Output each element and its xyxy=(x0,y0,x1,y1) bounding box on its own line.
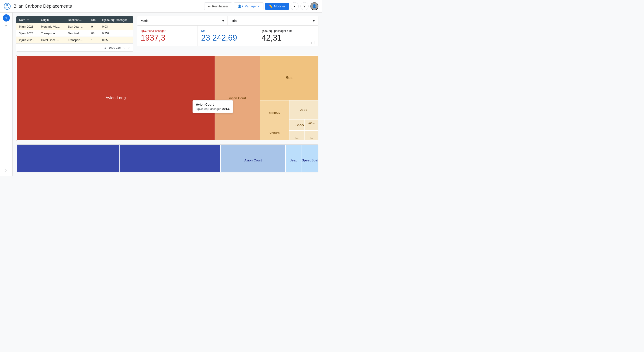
table-row[interactable]: 3 juin 2023Transporte ...Terminal ...880… xyxy=(16,30,133,37)
col-kgco2[interactable]: kgC02eq/Passager xyxy=(100,16,133,23)
data-table-container: Date ▼ Origin Destinati... Km kgC02eq/Pa… xyxy=(16,16,133,51)
prev-page-button[interactable]: ‹ xyxy=(122,45,126,50)
svg-text:Avion Court: Avion Court xyxy=(244,158,262,162)
right-panel: Mode ▾ Trip ▾ kgC02eq/Passager 1937,3 xyxy=(137,16,318,51)
treemap-tooltip: Avion Court kgC02eq/Passager: 291,6 xyxy=(192,100,233,113)
mode-filter[interactable]: Mode ▾ xyxy=(137,16,228,25)
tooltip-value: 291,6 xyxy=(222,107,230,110)
svg-text:Minibus: Minibus xyxy=(269,111,280,114)
metric-up-button[interactable]: ↑ xyxy=(308,40,310,44)
metric-gco2-value: 42,31 xyxy=(262,33,314,42)
reinit-icon: ↩ xyxy=(208,4,211,8)
svg-text:Jeep: Jeep xyxy=(290,158,298,162)
tooltip-metric: kgC02eq/Passager: 291,6 xyxy=(196,107,230,110)
col-origin[interactable]: Origin xyxy=(38,16,65,23)
col-date[interactable]: Date ▼ xyxy=(16,16,38,23)
chevron-down-icon: ▾ xyxy=(258,4,260,8)
help-button[interactable]: ? xyxy=(300,2,308,10)
edit-icon: ✏️ xyxy=(269,4,273,8)
metric-down-button[interactable]: ↓ xyxy=(311,40,312,44)
tooltip-title: Avion Court xyxy=(196,103,230,106)
treemap-top-container[interactable]: Avion LongAvion CourtBusMinibusVoitureJe… xyxy=(16,55,318,141)
svg-text:Jeep: Jeep xyxy=(300,108,307,111)
page-title: Bilan Carbone Déplacements xyxy=(14,3,204,9)
svg-text:F...: F... xyxy=(295,137,299,139)
sidebar: 1 2 > xyxy=(0,12,12,176)
trip-filter[interactable]: Trip ▾ xyxy=(228,16,318,25)
svg-text:Bus: Bus xyxy=(286,76,292,80)
svg-rect-21 xyxy=(304,130,318,135)
table-row[interactable]: 2 juin 2023Hotel Lirice ...Transport...1… xyxy=(16,37,133,43)
metric-gco2: gC02eq / passager / km 42,31 ↑ ↓ ⋮ xyxy=(258,25,318,46)
svg-text:Lan...: Lan... xyxy=(308,121,314,124)
metric-kg-value: 1937,3 xyxy=(141,33,194,42)
svg-text:Avion Long: Avion Long xyxy=(106,96,126,100)
svg-text:t...: t... xyxy=(310,137,313,139)
svg-text:SpeedBoat: SpeedBoat xyxy=(302,158,318,162)
avatar[interactable]: 👤 xyxy=(310,2,318,10)
treemap-bottom-svg: Avion CourtJeepSpeedBoat xyxy=(16,145,318,172)
sidebar-collapse-button[interactable]: > xyxy=(3,167,10,174)
trip-chevron-icon: ▾ xyxy=(313,19,314,23)
header-actions: ↩ Réinitialiser 👤+ Partager ▾ ✏️ Modifie… xyxy=(204,2,318,10)
partager-button[interactable]: 👤+ Partager ▾ xyxy=(234,2,264,10)
metric-km-value: 23 242,69 xyxy=(201,33,254,42)
mode-chevron-icon: ▾ xyxy=(222,19,224,23)
svg-text:Avion Court: Avion Court xyxy=(229,96,246,100)
person-add-icon: 👤+ xyxy=(238,4,243,8)
sort-icon: ▼ xyxy=(27,19,29,21)
metric-gco2-label: gC02eq / passager / km xyxy=(262,29,314,32)
treemap-top: Avion LongAvion CourtBusMinibusVoitureJe… xyxy=(16,55,318,141)
app-logo xyxy=(4,3,11,10)
reinit-button[interactable]: ↩ Réinitialiser xyxy=(204,2,232,10)
data-table: Date ▼ Origin Destinati... Km kgC02eq/Pa… xyxy=(16,16,133,43)
next-page-button[interactable]: › xyxy=(128,45,130,50)
svg-point-1 xyxy=(6,4,8,6)
metric-kg: kgC02eq/Passager 1937,3 xyxy=(137,25,198,46)
svg-rect-27 xyxy=(120,145,220,172)
treemap-bottom: Avion CourtJeepSpeedBoat xyxy=(16,144,318,172)
svg-rect-20 xyxy=(304,126,318,130)
content-area: Date ▼ Origin Destinati... Km kgC02eq/Pa… xyxy=(12,12,322,176)
svg-rect-26 xyxy=(16,145,120,172)
modifier-button[interactable]: ✏️ Modifier xyxy=(265,3,289,10)
table-row[interactable]: 5 juin 2023Mercado Vie...San Juan ...90.… xyxy=(16,23,133,30)
filter-row: Mode ▾ Trip ▾ xyxy=(137,16,318,25)
treemap-top-svg: Avion LongAvion CourtBusMinibusVoitureJe… xyxy=(16,55,318,141)
col-km[interactable]: Km xyxy=(89,16,100,23)
metric-km-label: Km xyxy=(201,29,254,32)
metric-controls: ↑ ↓ ⋮ xyxy=(308,40,316,44)
col-destination[interactable]: Destinati... xyxy=(65,16,89,23)
main-layout: 1 2 > Date ▼ Origi xyxy=(0,12,322,176)
metrics-row: kgC02eq/Passager 1937,3 Km 23 242,69 gC0… xyxy=(137,25,318,46)
metric-km: Km 23 242,69 xyxy=(198,25,258,46)
top-section: Date ▼ Origin Destinati... Km kgC02eq/Pa… xyxy=(16,16,318,51)
treemap-bottom-container[interactable]: Avion CourtJeepSpeedBoat xyxy=(16,145,318,172)
app-header: Bilan Carbone Déplacements ↩ Réinitialis… xyxy=(0,0,322,12)
svg-text:Voiture: Voiture xyxy=(270,131,280,134)
metric-kg-label: kgC02eq/Passager xyxy=(141,29,194,32)
sidebar-item-2[interactable]: 2 xyxy=(3,22,10,29)
more-options-button[interactable]: ⋮ xyxy=(290,2,299,10)
table-pagination: 1 - 100 / 215 ‹ › xyxy=(16,43,133,51)
metric-more-button[interactable]: ⋮ xyxy=(313,40,316,44)
sidebar-item-1[interactable]: 1 xyxy=(3,14,10,21)
